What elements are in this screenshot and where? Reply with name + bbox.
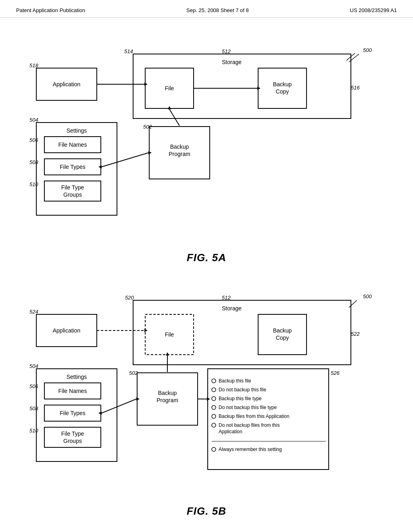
svg-rect-4 <box>258 68 307 108</box>
svg-line-91 <box>349 300 357 308</box>
svg-text:504: 504 <box>29 117 38 123</box>
header-right: US 2008/235299 A1 <box>350 7 397 13</box>
svg-rect-47 <box>258 314 307 355</box>
svg-text:File Types: File Types <box>60 410 86 416</box>
svg-line-28 <box>169 109 179 126</box>
svg-marker-89 <box>166 352 169 355</box>
svg-rect-60 <box>44 427 101 447</box>
svg-text:Backup this file: Backup this file <box>219 378 251 384</box>
svg-text:Application: Application <box>53 81 81 87</box>
fig-5b-label: FIG. 5B <box>24 505 389 517</box>
svg-marker-26 <box>98 165 102 168</box>
patent-header: Patent Application Publication Sep. 25, … <box>0 0 413 18</box>
svg-text:Copy: Copy <box>276 88 289 95</box>
fig-5b-svg: Storage File Backup Copy Application Set… <box>24 276 389 502</box>
svg-line-42 <box>349 54 359 62</box>
svg-text:Storage: Storage <box>222 305 242 312</box>
header-center: Sep. 25, 2008 Sheet 7 of 8 <box>186 7 249 13</box>
svg-rect-13 <box>36 123 117 215</box>
svg-text:502: 502 <box>129 370 138 376</box>
svg-line-85 <box>102 399 136 413</box>
svg-point-81 <box>212 447 216 451</box>
svg-text:Groups: Groups <box>63 438 82 444</box>
svg-rect-17 <box>44 159 101 175</box>
svg-marker-86 <box>98 411 102 415</box>
svg-text:500: 500 <box>363 47 372 53</box>
svg-line-25 <box>102 153 148 167</box>
svg-point-77 <box>212 423 216 427</box>
svg-text:Do not backup this file type: Do not backup this file type <box>219 405 277 410</box>
svg-text:Application: Application <box>219 429 242 434</box>
svg-rect-43 <box>133 300 351 365</box>
svg-text:526: 526 <box>331 370 340 376</box>
svg-text:504: 504 <box>29 363 38 369</box>
svg-marker-32 <box>345 59 348 62</box>
svg-text:510: 510 <box>29 181 38 187</box>
svg-text:Do not backup files from this: Do not backup files from this <box>219 422 280 428</box>
svg-text:Backup this file type: Backup this file type <box>219 396 262 401</box>
svg-rect-50 <box>36 314 97 347</box>
svg-text:Backup: Backup <box>273 81 292 87</box>
diagram-area: Storage File Backup Copy Application Set… <box>0 18 413 530</box>
svg-rect-2 <box>145 68 194 108</box>
svg-text:Backup: Backup <box>273 327 292 334</box>
svg-rect-9 <box>36 68 97 100</box>
svg-marker-87 <box>136 397 140 401</box>
fig-5a-svg: Storage File Backup Copy Application Set… <box>24 30 389 243</box>
svg-text:518: 518 <box>29 62 38 69</box>
svg-rect-56 <box>44 383 101 399</box>
svg-text:Settings: Settings <box>67 374 87 380</box>
svg-text:Always remember this setting: Always remember this setting <box>219 447 282 452</box>
svg-point-73 <box>212 405 216 409</box>
fig-5a-label: FIG. 5A <box>24 251 389 264</box>
svg-text:Backup: Backup <box>170 143 189 150</box>
svg-rect-19 <box>44 181 101 201</box>
svg-text:502: 502 <box>143 124 152 130</box>
svg-point-69 <box>212 388 216 392</box>
header-left: Patent Application Publication <box>16 7 85 13</box>
svg-marker-12 <box>144 83 148 86</box>
svg-text:Application: Application <box>53 327 81 334</box>
svg-text:File: File <box>165 331 174 338</box>
svg-text:524: 524 <box>29 309 38 315</box>
svg-marker-8 <box>257 87 261 90</box>
svg-text:Backup: Backup <box>158 390 177 396</box>
svg-rect-45 <box>145 314 194 355</box>
svg-text:510: 510 <box>29 428 38 434</box>
svg-text:Backup files from this Applica: Backup files from this Application <box>219 414 289 419</box>
svg-text:Do not backup this file: Do not backup this file <box>219 387 266 393</box>
svg-rect-15 <box>44 137 101 153</box>
svg-text:516: 516 <box>351 85 360 91</box>
svg-text:File: File <box>165 85 174 91</box>
svg-line-31 <box>347 53 355 60</box>
svg-point-67 <box>212 379 216 383</box>
svg-text:520: 520 <box>125 295 134 301</box>
svg-marker-84 <box>207 397 210 401</box>
svg-rect-54 <box>36 369 117 461</box>
svg-text:Groups: Groups <box>63 191 82 198</box>
svg-point-71 <box>212 397 216 401</box>
svg-text:Copy: Copy <box>276 335 289 341</box>
svg-text:Settings: Settings <box>67 127 87 134</box>
svg-text:512: 512 <box>222 48 231 54</box>
fig-5b-container: Storage File Backup Copy Application Set… <box>24 276 389 502</box>
svg-text:514: 514 <box>124 48 133 54</box>
svg-marker-27 <box>148 151 152 154</box>
fig-5a-container: Storage File Backup Copy Application Set… <box>24 30 389 243</box>
svg-text:File Type: File Type <box>61 184 84 191</box>
svg-rect-66 <box>208 369 329 470</box>
svg-text:Program: Program <box>169 151 190 157</box>
svg-text:File Names: File Names <box>58 141 87 148</box>
svg-text:506: 506 <box>29 137 38 143</box>
svg-rect-22 <box>149 127 210 179</box>
svg-text:508: 508 <box>29 405 38 411</box>
svg-marker-53 <box>144 329 148 332</box>
svg-text:522: 522 <box>351 331 360 337</box>
svg-text:File Types: File Types <box>60 164 86 170</box>
svg-rect-58 <box>44 405 101 421</box>
svg-point-75 <box>212 414 216 418</box>
svg-text:506: 506 <box>29 383 38 389</box>
svg-text:File Names: File Names <box>58 388 87 394</box>
svg-marker-29 <box>168 106 171 109</box>
svg-rect-0 <box>133 54 351 118</box>
